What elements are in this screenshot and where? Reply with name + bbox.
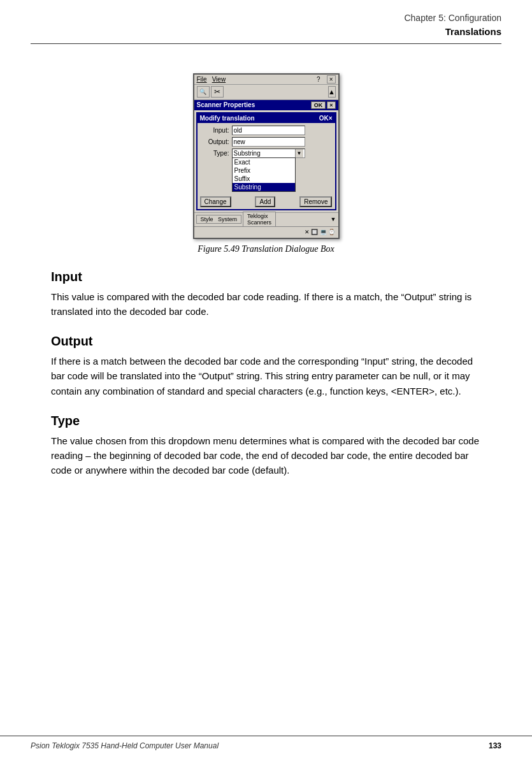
scanner-properties-header: Scanner Properties OK × bbox=[194, 100, 338, 110]
scanner-properties-title: Scanner Properties bbox=[197, 101, 255, 108]
menu-view[interactable]: View bbox=[212, 76, 226, 83]
page-title: Translations bbox=[31, 25, 501, 40]
dropdown-item-substring[interactable]: Substring bbox=[233, 183, 295, 191]
toolbar-icon-1[interactable]: 🔍 bbox=[197, 86, 210, 98]
dialog-window: File View ? × 🔍 ✂ ▲ Scanner Properties O… bbox=[193, 73, 340, 239]
type-row: Type: Substring ▼ Exact Prefix Suffix bbox=[201, 149, 331, 158]
scanner-properties-ok[interactable]: OK bbox=[311, 101, 326, 109]
modify-translation-dialog: Modify translation OK × Input: Output: bbox=[196, 112, 336, 210]
modify-translation-header: Modify translation OK × bbox=[198, 113, 335, 123]
input-field[interactable] bbox=[232, 126, 305, 135]
output-field[interactable] bbox=[232, 137, 305, 147]
input-heading: Input bbox=[51, 270, 481, 284]
dropdown-item-prefix[interactable]: Prefix bbox=[233, 166, 295, 175]
input-row: Input: bbox=[201, 126, 331, 135]
dropdown-item-exact[interactable]: Exact bbox=[233, 158, 295, 166]
type-selected-value: Substring bbox=[234, 150, 261, 157]
type-text: The value chosen from this dropdown menu… bbox=[51, 433, 481, 478]
output-label: Output: bbox=[201, 138, 232, 145]
output-text: If there is a match between the decoded … bbox=[51, 354, 481, 398]
taskbar-style[interactable]: Style System bbox=[196, 215, 242, 224]
page-header: Chapter 5: Configuration Translations bbox=[0, 0, 532, 44]
remove-button[interactable]: Remove bbox=[299, 196, 332, 207]
modify-body: Input: Output: Type: Substring bbox=[198, 123, 335, 163]
status-bar: ✕ 🔲 💻 ⌚ bbox=[194, 226, 338, 238]
footer-page: 133 bbox=[489, 741, 501, 750]
scroll-up-btn[interactable]: ▲ bbox=[328, 86, 336, 98]
scroll-down-btn[interactable]: ▼ bbox=[331, 216, 336, 222]
output-section: Output If there is a match between the d… bbox=[51, 334, 481, 398]
toolbar-icon-2[interactable]: ✂ bbox=[211, 86, 224, 98]
footer-left: Psion Teklogix 7535 Hand-Held Computer U… bbox=[31, 741, 219, 750]
menu-help[interactable]: ? bbox=[317, 76, 320, 83]
menu-file[interactable]: File bbox=[197, 76, 207, 83]
page-footer: Psion Teklogix 7535 Hand-Held Computer U… bbox=[0, 736, 532, 750]
output-heading: Output bbox=[51, 334, 481, 349]
input-label: Input: bbox=[201, 127, 232, 134]
type-label: Type: bbox=[201, 150, 232, 157]
change-button[interactable]: Change bbox=[200, 196, 231, 207]
status-icons: ✕ 🔲 💻 ⌚ bbox=[305, 229, 336, 235]
type-select[interactable]: Substring ▼ bbox=[232, 149, 305, 158]
menu-bar: File View ? × bbox=[194, 75, 338, 85]
taskbar-teklogix[interactable]: TeklogixScanners bbox=[243, 212, 276, 227]
modify-close-btn[interactable]: × bbox=[329, 115, 333, 122]
dropdown-arrow-icon[interactable]: ▼ bbox=[295, 149, 303, 157]
dropdown-item-suffix[interactable]: Suffix bbox=[233, 175, 295, 183]
dialog-buttons-row: Change Add Remove bbox=[198, 194, 335, 209]
menu-close-btn[interactable]: × bbox=[327, 75, 336, 84]
scanner-properties-close[interactable]: × bbox=[327, 101, 335, 109]
figure-caption: Figure 5.49 Translation Dialogue Box bbox=[198, 244, 334, 254]
type-heading: Type bbox=[51, 414, 481, 428]
taskbar-area: Style System TeklogixScanners ▼ bbox=[194, 212, 338, 226]
dialog-screenshot: File View ? × 🔍 ✂ ▲ Scanner Properties O… bbox=[51, 73, 481, 254]
input-section: Input This value is compared with the de… bbox=[51, 270, 481, 319]
input-text: This value is compared with the decoded … bbox=[51, 289, 481, 319]
output-row: Output: bbox=[201, 137, 331, 147]
add-button[interactable]: Add bbox=[255, 196, 275, 207]
chapter-line: Chapter 5: Configuration bbox=[31, 11, 501, 25]
content-area: File View ? × 🔍 ✂ ▲ Scanner Properties O… bbox=[0, 48, 532, 507]
type-dropdown-list: Exact Prefix Suffix Substring bbox=[232, 157, 296, 192]
modify-translation-title: Modify translation bbox=[200, 115, 255, 122]
type-section: Type The value chosen from this dropdown… bbox=[51, 414, 481, 478]
toolbar: 🔍 ✂ ▲ bbox=[194, 85, 338, 100]
type-dropdown-wrapper: Substring ▼ Exact Prefix Suffix Substrin… bbox=[232, 149, 305, 158]
modify-ok-btn[interactable]: OK bbox=[319, 115, 329, 122]
